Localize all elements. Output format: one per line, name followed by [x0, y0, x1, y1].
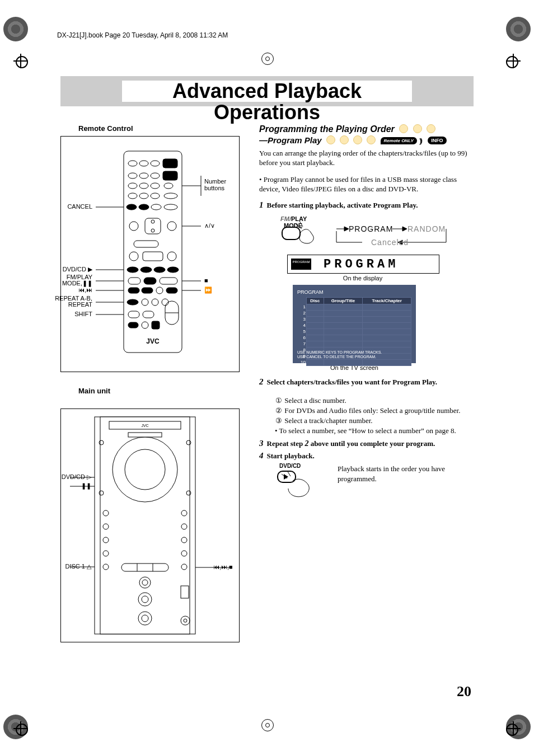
- remote-only-badge: Remote ONLY: [381, 137, 417, 144]
- svg-point-41: [127, 299, 138, 305]
- remote-brand: JVC: [146, 337, 160, 345]
- registration-mark-icon: [3, 17, 28, 41]
- sound-icon: ))): [419, 137, 421, 145]
- svg-rect-69: [128, 433, 162, 437]
- svg-line-111: [282, 474, 287, 478]
- step-3-number: 3: [259, 439, 264, 448]
- page-number: 20: [457, 683, 471, 700]
- bead-icon: [427, 124, 435, 133]
- label-main-transport: ⏮,⏭,■: [213, 564, 233, 570]
- svg-point-17: [127, 204, 137, 210]
- svg-point-33: [167, 267, 179, 273]
- tv-footer-line-1: USE NUMERIC KEYS TO PROGRAM TRACKS.: [297, 350, 382, 355]
- bead-icon: [353, 135, 362, 144]
- tv-screen-panel: PROGRAM DiscGroup/TitleTrack/Chapter 1 2…: [293, 285, 416, 363]
- registration-mark-icon: [506, 17, 531, 41]
- label-number-buttons: Number buttons: [204, 178, 238, 191]
- flow-random-label: RANDOM: [407, 224, 446, 233]
- step-1-text: Before starting playback, activate Progr…: [267, 201, 418, 209]
- crop-mark-icon: [13, 721, 28, 736]
- svg-rect-35: [144, 278, 156, 284]
- label-stop-icon: ■: [204, 277, 208, 284]
- label-dvdcd-play: DVD/CD ▶: [63, 266, 92, 273]
- crop-mark-icon: [506, 54, 521, 68]
- label-updown: ∧/∨: [204, 222, 215, 229]
- circled-2-icon: ②: [275, 406, 283, 416]
- remote-svg: JVC: [61, 137, 240, 372]
- info-badge: INFO: [428, 137, 447, 144]
- display-segment-text: PROGRAM: [324, 257, 399, 271]
- step-2-number: 2: [259, 377, 264, 386]
- display-caption: On the display: [287, 275, 438, 281]
- center-crop-icon: [261, 53, 274, 65]
- label-main-dvdcd: DVD/CD ▷: [62, 473, 91, 481]
- label-fwd-icon: ⏩: [204, 287, 212, 294]
- tv-header: PROGRAM: [297, 289, 411, 295]
- note-text: • Program Play cannot be used for files …: [259, 175, 474, 194]
- label-repeat: REPEAT A-B, REPEAT: [48, 295, 92, 308]
- svg-point-68: [125, 449, 165, 490]
- svg-rect-8: [163, 171, 177, 180]
- svg-rect-51: [152, 321, 160, 329]
- crop-mark-icon: [13, 54, 28, 68]
- label-main-pause: ❚❚: [81, 482, 91, 490]
- svg-rect-37: [128, 288, 139, 293]
- svg-rect-40: [166, 288, 177, 293]
- flow-program-label: PROGRAM: [349, 224, 393, 233]
- svg-line-112: [287, 471, 291, 476]
- step-1-number: 1: [259, 200, 264, 209]
- label-fmplay-mode: FM/PLAY MODE,❚❚: [53, 274, 92, 287]
- flow-canceled-label: Canceled: [371, 238, 409, 247]
- mode-flow-diagram: FM/PLAYMODE PROGRAM RANDOM Canceled: [282, 219, 474, 250]
- svg-rect-4: [163, 159, 177, 168]
- label-cancel: CANCEL: [67, 203, 92, 210]
- bead-icon: [326, 135, 335, 144]
- main-unit-heading: Main unit: [78, 387, 240, 395]
- step-3-text: Repeat step 2 above until you complete y…: [267, 439, 435, 448]
- svg-text:JVC: JVC: [141, 424, 148, 428]
- circled-3-icon: ③: [275, 416, 283, 426]
- svg-rect-49: [128, 322, 138, 328]
- page-title: Advanced Playback Operations: [172, 79, 362, 124]
- label-main-disc1: DISC 1 △: [65, 563, 91, 570]
- svg-rect-93: [181, 586, 189, 598]
- circled-1-icon: ①: [275, 396, 283, 406]
- svg-point-31: [140, 267, 152, 273]
- step-2-text: Select chapters/tracks/files you want fo…: [267, 378, 438, 386]
- svg-point-18: [139, 204, 149, 210]
- dvdcd-play-figure: DVD/CD Playback starts in the order you …: [276, 463, 474, 501]
- section-title: Programming the Playing Order: [259, 124, 474, 134]
- bead-icon: [413, 124, 422, 133]
- remote-control-heading: Remote Control: [78, 124, 240, 133]
- svg-marker-103: [344, 227, 349, 231]
- label-shift: SHIFT: [74, 311, 92, 317]
- main-unit-diagram: JVC: [60, 408, 240, 642]
- svg-rect-38: [142, 288, 153, 293]
- bead-icon: [340, 135, 349, 144]
- bead-icon: [367, 135, 376, 144]
- center-crop-icon: [261, 719, 274, 731]
- step-4-text: Start playback.: [267, 452, 315, 460]
- svg-point-32: [154, 267, 165, 273]
- display-badge: PROGRAM: [291, 259, 311, 270]
- step-4-body: Playback starts in the order you have pr…: [338, 464, 477, 483]
- label-prev-next: ⏮,⏭: [78, 287, 92, 293]
- pause-button-icon: [282, 227, 301, 240]
- main-unit-svg: JVC: [61, 409, 240, 642]
- bead-icon: [399, 124, 408, 133]
- step-2-sublist: ① Select a disc number. ② For DVDs and A…: [275, 396, 474, 436]
- tv-footer-line-2: USE CANCEL TO DELETE THE PROGRAM.: [297, 355, 382, 359]
- book-metadata-line: DX-J21[J].book Page 20 Tuesday, April 8,…: [57, 31, 228, 39]
- crop-mark-icon: [506, 721, 521, 736]
- svg-marker-105: [402, 227, 407, 231]
- section-subtitle: —Program Play Remote ONLY ))) INFO: [259, 135, 474, 145]
- step-4-number: 4: [259, 451, 264, 460]
- intro-text: You can arrange the playing order of the…: [259, 148, 474, 167]
- remote-control-diagram: JVC CANCEL Number buttons ∧/∨ DV: [60, 136, 240, 372]
- page-title-band: Advanced Playback Operations: [60, 76, 474, 106]
- display-panel: PROGRAM PROGRAM: [287, 255, 439, 274]
- svg-point-30: [127, 267, 138, 273]
